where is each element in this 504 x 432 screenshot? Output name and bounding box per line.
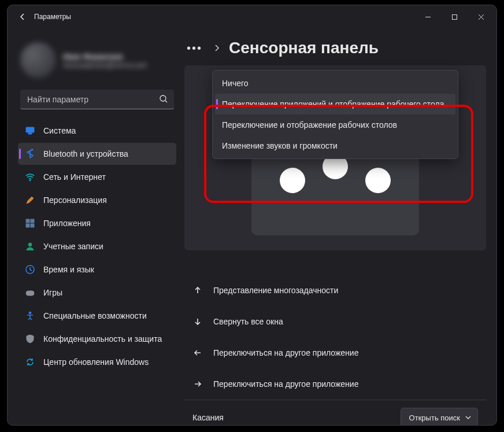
touchpad-preview: НичегоПереключение приложений и отображе… (184, 65, 486, 250)
sidebar-item-6[interactable]: Время и язык (18, 259, 176, 280)
divider (184, 400, 486, 400)
brush-icon (25, 195, 35, 205)
gesture-row-2[interactable]: Переключиться на другое приложение (184, 339, 486, 366)
accessibility-icon (25, 311, 35, 321)
update-icon (25, 357, 35, 367)
arrow-right-icon (192, 379, 203, 389)
svg-rect-5 (26, 219, 29, 223)
search-icon (159, 94, 168, 106)
sidebar-item-4[interactable]: Приложения (18, 212, 176, 234)
open-search-dropdown[interactable]: Открыть поиск (401, 408, 478, 425)
gesture-dropdown[interactable]: НичегоПереключение приложений и отображе… (212, 70, 458, 159)
sidebar-item-0[interactable]: Система (18, 120, 176, 142)
sidebar-item-label: Персонализация (43, 195, 107, 205)
sidebar-item-label: Bluetooth и устройства (43, 149, 128, 158)
svg-rect-8 (31, 224, 34, 227)
sidebar-item-label: Игры (43, 288, 62, 297)
dropdown-option-0[interactable]: Ничего (215, 73, 455, 94)
dropdown-option-2[interactable]: Переключение и отображение рабочих столо… (215, 115, 455, 135)
breadcrumb: ••• Сенсорная панель (184, 39, 486, 57)
gesture-row-0[interactable]: Представление многозадачности (184, 277, 486, 304)
shield-icon (25, 334, 35, 344)
back-button[interactable] (14, 9, 31, 25)
games-icon (25, 287, 35, 298)
titlebar: Параметры (8, 5, 496, 28)
sidebar-item-label: Конфиденциальность и защита (43, 334, 162, 344)
sidebar-item-3[interactable]: Персонализация (18, 189, 176, 211)
open-search-label: Открыть поиск (409, 413, 460, 422)
sidebar-item-label: Центр обновления Windows (43, 357, 149, 367)
sidebar-item-label: Сеть и Интернет (43, 172, 106, 182)
taps-row: Касания Открыть поиск (184, 403, 486, 425)
arrow-up-icon (192, 285, 203, 296)
svg-rect-3 (28, 133, 32, 134)
gesture-row-3[interactable]: Переключиться на другое приложение (184, 371, 486, 397)
avatar (20, 42, 56, 78)
gesture-row-label: Переключиться на другое приложение (213, 379, 358, 389)
sidebar-item-label: Приложения (43, 219, 91, 228)
sidebar-item-label: Учетные записи (43, 242, 103, 251)
bluetooth-icon (25, 149, 35, 159)
svg-rect-6 (31, 219, 34, 223)
search-box (20, 90, 174, 109)
svg-point-9 (28, 243, 32, 246)
gesture-row-1[interactable]: Свернуть все окна (184, 308, 486, 335)
clock-icon (25, 264, 35, 275)
profile-name: Имя Фамилия (63, 51, 147, 61)
finger-dot (365, 168, 391, 193)
dropdown-option-1[interactable]: Переключение приложений и отображение ра… (215, 94, 455, 115)
apps-icon (25, 218, 35, 228)
sidebar-item-label: Система (43, 126, 76, 135)
sidebar-item-7[interactable]: Игры (18, 282, 176, 304)
settings-window: Параметры Имя Фамилия пользователь@почта… (7, 5, 497, 426)
svg-rect-2 (26, 127, 34, 132)
sidebar-item-9[interactable]: Конфиденциальность и защита (18, 328, 176, 350)
sidebar: Имя Фамилия пользователь@почта.com Систе… (8, 28, 181, 425)
chevron-down-icon (465, 414, 472, 421)
svg-point-4 (29, 180, 31, 181)
chevron-right-icon (213, 44, 221, 52)
sidebar-item-label: Время и язык (43, 265, 94, 274)
arrow-left-icon (192, 348, 203, 358)
sidebar-item-5[interactable]: Учетные записи (18, 235, 176, 257)
gesture-row-label: Представление многозадачности (213, 286, 338, 295)
profile-block[interactable]: Имя Фамилия пользователь@почта.com (18, 34, 176, 90)
sidebar-item-label: Специальные возможности (43, 311, 147, 320)
finger-dot (280, 168, 305, 193)
profile-email: пользователь@почта.com (63, 61, 147, 69)
svg-rect-11 (26, 291, 34, 296)
search-input[interactable] (20, 90, 174, 109)
close-button[interactable] (468, 8, 494, 26)
monitor-icon (25, 125, 35, 136)
gesture-rows: Представление многозадачностиСвернуть вс… (184, 277, 486, 397)
svg-point-1 (160, 95, 166, 101)
arrow-down-icon (192, 316, 203, 327)
svg-rect-7 (26, 224, 29, 227)
dropdown-option-3[interactable]: Изменение звуков и громкости (215, 135, 455, 156)
gesture-row-label: Свернуть все окна (213, 317, 283, 326)
maximize-button[interactable] (441, 8, 468, 26)
minimize-button[interactable] (414, 8, 441, 26)
gesture-row-label: Переключиться на другое приложение (213, 348, 358, 357)
person-icon (25, 241, 35, 252)
window-title: Параметры (34, 13, 71, 21)
sidebar-item-8[interactable]: Специальные возможности (18, 305, 176, 327)
nav-list: СистемаBluetooth и устройстваСеть и Инте… (18, 120, 176, 373)
sidebar-item-1[interactable]: Bluetooth и устройства (18, 143, 176, 165)
taps-label: Касания (192, 413, 224, 422)
svg-rect-0 (452, 14, 457, 19)
sidebar-item-2[interactable]: Сеть и Интернет (18, 166, 176, 188)
wifi-icon (25, 172, 35, 182)
main-pane: ••• Сенсорная панель НичегоПереключение … (181, 28, 496, 425)
breadcrumb-ellipsis[interactable]: ••• (184, 42, 205, 55)
page-title: Сенсорная панель (229, 39, 379, 57)
svg-point-12 (29, 312, 31, 314)
sidebar-item-10[interactable]: Центр обновления Windows (18, 351, 176, 373)
